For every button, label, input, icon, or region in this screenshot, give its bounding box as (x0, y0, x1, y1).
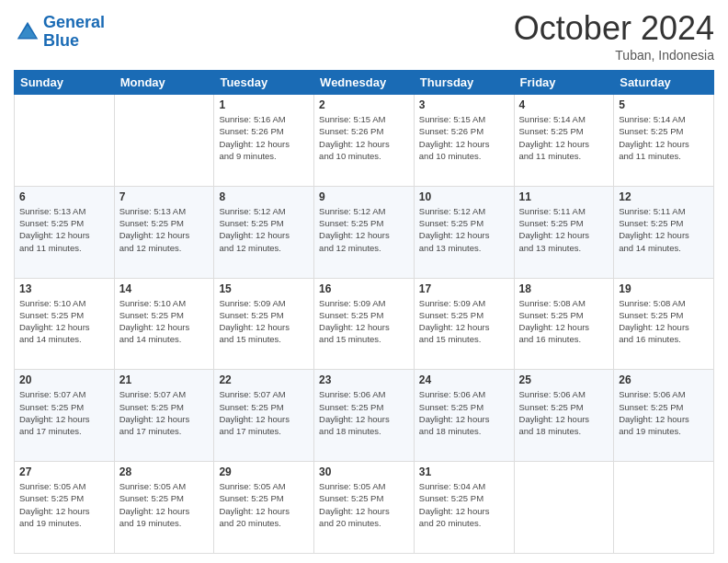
day-number: 5 (619, 98, 709, 111)
calendar-cell: 16Sunrise: 5:09 AM Sunset: 5:25 PM Dayli… (314, 278, 415, 370)
day-info: Sunrise: 5:12 AM Sunset: 5:25 PM Dayligh… (219, 205, 309, 254)
calendar-cell: 12Sunrise: 5:11 AM Sunset: 5:25 PM Dayli… (614, 186, 714, 278)
day-number: 30 (319, 465, 409, 478)
calendar-week-4: 20Sunrise: 5:07 AM Sunset: 5:25 PM Dayli… (15, 370, 714, 462)
day-number: 10 (419, 190, 509, 203)
calendar-cell: 3Sunrise: 5:15 AM Sunset: 5:26 PM Daylig… (414, 95, 514, 187)
day-info: Sunrise: 5:16 AM Sunset: 5:26 PM Dayligh… (219, 113, 309, 162)
logo-line1: General (43, 13, 105, 31)
calendar-cell: 4Sunrise: 5:14 AM Sunset: 5:25 PM Daylig… (514, 95, 614, 187)
logo-text: General Blue (43, 14, 105, 51)
day-info: Sunrise: 5:06 AM Sunset: 5:25 PM Dayligh… (619, 388, 709, 437)
calendar-cell (114, 95, 214, 187)
day-number: 27 (19, 465, 109, 478)
calendar-cell (514, 462, 614, 554)
calendar-cell: 5Sunrise: 5:14 AM Sunset: 5:25 PM Daylig… (614, 95, 714, 187)
header: General Blue October 2024 Tuban, Indones… (14, 9, 714, 63)
day-number: 1 (219, 98, 309, 111)
calendar-cell (15, 95, 115, 187)
day-info: Sunrise: 5:05 AM Sunset: 5:25 PM Dayligh… (119, 480, 210, 529)
day-info: Sunrise: 5:14 AM Sunset: 5:25 PM Dayligh… (519, 113, 609, 162)
day-number: 19 (619, 282, 709, 295)
day-number: 18 (519, 282, 609, 295)
logo: General Blue (14, 14, 105, 51)
day-number: 22 (219, 373, 309, 386)
calendar-col-thursday: Thursday (414, 71, 514, 95)
calendar-cell: 19Sunrise: 5:08 AM Sunset: 5:25 PM Dayli… (614, 278, 714, 370)
day-info: Sunrise: 5:07 AM Sunset: 5:25 PM Dayligh… (219, 388, 309, 437)
day-info: Sunrise: 5:06 AM Sunset: 5:25 PM Dayligh… (519, 388, 609, 437)
day-number: 2 (319, 98, 409, 111)
day-info: Sunrise: 5:04 AM Sunset: 5:25 PM Dayligh… (419, 480, 509, 529)
day-number: 14 (119, 282, 210, 295)
calendar-cell: 21Sunrise: 5:07 AM Sunset: 5:25 PM Dayli… (114, 370, 214, 462)
day-info: Sunrise: 5:12 AM Sunset: 5:25 PM Dayligh… (419, 205, 509, 254)
calendar-week-2: 6Sunrise: 5:13 AM Sunset: 5:25 PM Daylig… (15, 186, 714, 278)
day-number: 8 (219, 190, 309, 203)
calendar-cell (614, 462, 714, 554)
day-info: Sunrise: 5:10 AM Sunset: 5:25 PM Dayligh… (119, 297, 210, 346)
day-info: Sunrise: 5:11 AM Sunset: 5:25 PM Dayligh… (619, 205, 709, 254)
calendar-cell: 6Sunrise: 5:13 AM Sunset: 5:25 PM Daylig… (15, 186, 115, 278)
calendar-week-3: 13Sunrise: 5:10 AM Sunset: 5:25 PM Dayli… (15, 278, 714, 370)
calendar-col-wednesday: Wednesday (314, 71, 415, 95)
month-title: October 2024 (514, 9, 714, 48)
day-info: Sunrise: 5:14 AM Sunset: 5:25 PM Dayligh… (619, 113, 709, 162)
calendar-col-saturday: Saturday (614, 71, 714, 95)
location: Tuban, Indonesia (514, 48, 714, 63)
calendar-cell: 20Sunrise: 5:07 AM Sunset: 5:25 PM Dayli… (15, 370, 115, 462)
day-number: 31 (419, 465, 509, 478)
page: General Blue October 2024 Tuban, Indones… (0, 0, 728, 563)
title-area: October 2024 Tuban, Indonesia (514, 9, 714, 63)
logo-line2: Blue (43, 31, 79, 50)
day-number: 20 (19, 373, 109, 386)
day-info: Sunrise: 5:06 AM Sunset: 5:25 PM Dayligh… (319, 388, 409, 437)
day-info: Sunrise: 5:11 AM Sunset: 5:25 PM Dayligh… (519, 205, 609, 254)
day-info: Sunrise: 5:09 AM Sunset: 5:25 PM Dayligh… (319, 297, 409, 346)
day-info: Sunrise: 5:13 AM Sunset: 5:25 PM Dayligh… (119, 205, 210, 254)
day-number: 4 (519, 98, 609, 111)
day-number: 16 (319, 282, 409, 295)
calendar-cell: 9Sunrise: 5:12 AM Sunset: 5:25 PM Daylig… (314, 186, 415, 278)
day-info: Sunrise: 5:07 AM Sunset: 5:25 PM Dayligh… (19, 388, 109, 437)
calendar-cell: 23Sunrise: 5:06 AM Sunset: 5:25 PM Dayli… (314, 370, 415, 462)
day-number: 26 (619, 373, 709, 386)
calendar-cell: 2Sunrise: 5:15 AM Sunset: 5:26 PM Daylig… (314, 95, 415, 187)
calendar-cell: 11Sunrise: 5:11 AM Sunset: 5:25 PM Dayli… (514, 186, 614, 278)
calendar-week-5: 27Sunrise: 5:05 AM Sunset: 5:25 PM Dayli… (15, 462, 714, 554)
calendar-cell: 7Sunrise: 5:13 AM Sunset: 5:25 PM Daylig… (114, 186, 214, 278)
calendar-cell: 18Sunrise: 5:08 AM Sunset: 5:25 PM Dayli… (514, 278, 614, 370)
calendar-cell: 17Sunrise: 5:09 AM Sunset: 5:25 PM Dayli… (414, 278, 514, 370)
calendar-cell: 26Sunrise: 5:06 AM Sunset: 5:25 PM Dayli… (614, 370, 714, 462)
day-number: 23 (319, 373, 409, 386)
day-info: Sunrise: 5:10 AM Sunset: 5:25 PM Dayligh… (19, 297, 109, 346)
day-info: Sunrise: 5:15 AM Sunset: 5:26 PM Dayligh… (319, 113, 409, 162)
calendar-col-sunday: Sunday (15, 71, 115, 95)
day-number: 29 (219, 465, 309, 478)
day-number: 13 (19, 282, 109, 295)
calendar-cell: 8Sunrise: 5:12 AM Sunset: 5:25 PM Daylig… (214, 186, 314, 278)
calendar-cell: 27Sunrise: 5:05 AM Sunset: 5:25 PM Dayli… (15, 462, 115, 554)
calendar-week-1: 1Sunrise: 5:16 AM Sunset: 5:26 PM Daylig… (15, 95, 714, 187)
day-number: 9 (319, 190, 409, 203)
day-info: Sunrise: 5:08 AM Sunset: 5:25 PM Dayligh… (519, 297, 609, 346)
day-info: Sunrise: 5:06 AM Sunset: 5:25 PM Dayligh… (419, 388, 509, 437)
day-number: 12 (619, 190, 709, 203)
calendar-cell: 13Sunrise: 5:10 AM Sunset: 5:25 PM Dayli… (15, 278, 115, 370)
calendar-cell: 14Sunrise: 5:10 AM Sunset: 5:25 PM Dayli… (114, 278, 214, 370)
day-info: Sunrise: 5:07 AM Sunset: 5:25 PM Dayligh… (119, 388, 210, 437)
day-number: 11 (519, 190, 609, 203)
day-number: 3 (419, 98, 509, 111)
calendar-col-monday: Monday (114, 71, 214, 95)
calendar-cell: 31Sunrise: 5:04 AM Sunset: 5:25 PM Dayli… (414, 462, 514, 554)
calendar-col-friday: Friday (514, 71, 614, 95)
calendar-cell: 10Sunrise: 5:12 AM Sunset: 5:25 PM Dayli… (414, 186, 514, 278)
day-info: Sunrise: 5:08 AM Sunset: 5:25 PM Dayligh… (619, 297, 709, 346)
calendar-header-row: SundayMondayTuesdayWednesdayThursdayFrid… (15, 71, 714, 95)
calendar-cell: 22Sunrise: 5:07 AM Sunset: 5:25 PM Dayli… (214, 370, 314, 462)
day-info: Sunrise: 5:09 AM Sunset: 5:25 PM Dayligh… (219, 297, 309, 346)
day-number: 6 (19, 190, 109, 203)
calendar-cell: 30Sunrise: 5:05 AM Sunset: 5:25 PM Dayli… (314, 462, 415, 554)
day-number: 24 (419, 373, 509, 386)
day-info: Sunrise: 5:13 AM Sunset: 5:25 PM Dayligh… (19, 205, 109, 254)
